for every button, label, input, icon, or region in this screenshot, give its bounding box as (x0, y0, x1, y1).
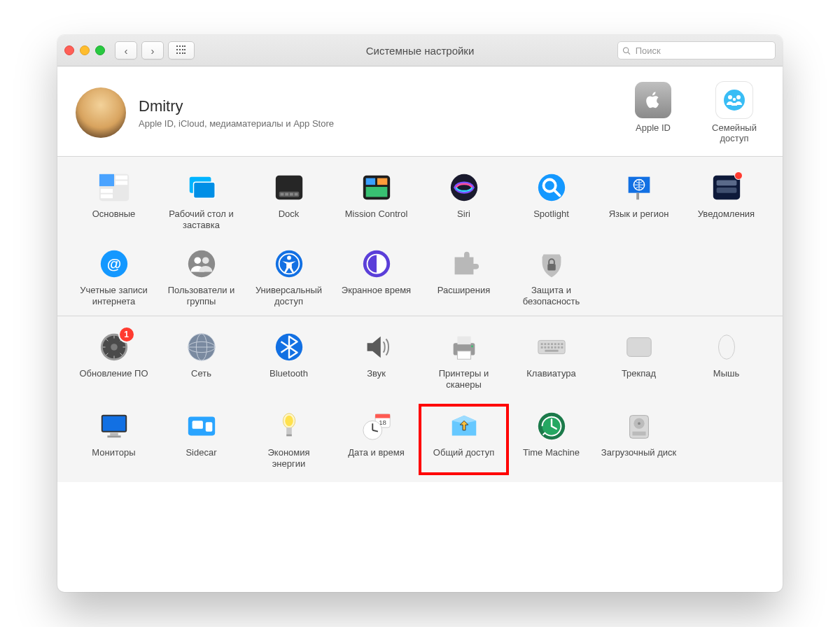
printers-icon (447, 330, 481, 364)
software-update-pane[interactable]: 1 Обновление ПО (70, 326, 158, 395)
sidecar-pane[interactable]: Sidecar (158, 405, 245, 474)
svg-rect-86 (110, 432, 118, 435)
accessibility-pane[interactable]: Универсальный доступ (245, 243, 332, 312)
screen-time-pane[interactable]: Экранное время (332, 243, 420, 312)
system-preferences-window: ‹ › Системные настройки Dmitry Apple ID,… (57, 35, 783, 592)
users-groups-icon (185, 247, 218, 281)
svg-point-36 (188, 250, 214, 276)
pane-label: Язык и регион (601, 209, 678, 231)
show-all-button[interactable] (168, 41, 195, 59)
network-pane[interactable]: Сеть (158, 326, 245, 395)
avatar[interactable] (76, 87, 126, 138)
startup-disk-icon (622, 409, 656, 443)
search-input[interactable] (634, 45, 771, 57)
dock-pane[interactable]: Dock (245, 167, 332, 236)
date-time-pane[interactable]: 18 Дата и время (332, 405, 420, 474)
keyboard-icon (535, 330, 568, 364)
general-icon (97, 171, 131, 204)
pane-label: Dock (251, 209, 328, 231)
sharing-icon (447, 409, 481, 443)
mouse-pane[interactable]: Мышь (682, 326, 770, 395)
window-controls (64, 45, 105, 55)
pane-label: Принтеры и сканеры (426, 368, 503, 391)
spotlight-pane[interactable]: Spotlight (507, 167, 595, 236)
pane-label: Spotlight (513, 209, 590, 231)
siri-pane[interactable]: Siri (420, 167, 507, 236)
chevron-left-icon: ‹ (125, 45, 128, 57)
pane-label: Экранное время (338, 285, 415, 307)
mission-control-pane[interactable]: Mission Control (332, 167, 420, 236)
svg-rect-23 (365, 187, 387, 197)
svg-rect-70 (551, 343, 553, 345)
svg-point-4 (736, 95, 741, 99)
sound-pane[interactable]: Звук (332, 326, 420, 395)
pane-label: Сеть (163, 368, 240, 390)
language-pane[interactable]: Язык и регион (595, 167, 682, 236)
svg-point-3 (728, 95, 732, 99)
svg-rect-22 (377, 178, 386, 185)
svg-rect-67 (540, 343, 542, 345)
svg-rect-7 (99, 174, 113, 186)
bluetooth-pane[interactable]: Bluetooth (245, 326, 332, 395)
pane-label: Дата и время (338, 447, 415, 470)
pane-label: Мышь (688, 368, 765, 390)
pane-label: Основные (76, 209, 153, 231)
users-groups-pane[interactable]: Пользователи и группы (158, 243, 245, 312)
bluetooth-icon (272, 330, 306, 364)
grid-icon (176, 45, 186, 55)
desktop-pane[interactable]: Рабочий стол и заставка (158, 167, 245, 236)
zoom-button[interactable] (95, 45, 105, 55)
security-pane[interactable]: Защита и безопасность (507, 243, 595, 312)
apple-id-pane[interactable]: Apple ID (623, 82, 683, 143)
svg-rect-9 (115, 181, 127, 185)
svg-rect-19 (294, 193, 298, 196)
svg-point-38 (202, 257, 209, 264)
svg-rect-78 (554, 346, 556, 348)
search-field[interactable] (617, 41, 776, 59)
pane-label: Учетные записи интернета (76, 285, 153, 308)
pane-label: Time Machine (513, 447, 590, 470)
family-sharing-pane[interactable]: Семейный доступ (704, 82, 764, 143)
energy-pane[interactable]: Экономия энергии (245, 405, 332, 474)
svg-rect-75 (544, 346, 546, 348)
pane-label: Загрузочный диск (601, 447, 678, 470)
chevron-right-icon: › (151, 45, 155, 57)
general-pane[interactable]: Основные (70, 167, 158, 236)
close-button[interactable] (64, 45, 74, 55)
keyboard-pane[interactable]: Клавиатура (507, 326, 595, 395)
software-update-icon: 1 (97, 330, 131, 364)
time-machine-icon (535, 409, 568, 443)
energy-icon (272, 409, 306, 443)
svg-point-0 (623, 48, 628, 52)
sidecar-icon (185, 409, 218, 443)
forward-button[interactable]: › (141, 41, 164, 59)
printers-pane[interactable]: Принтеры и сканеры (420, 326, 507, 395)
svg-point-65 (471, 346, 473, 348)
prefs-row-1: Основные Рабочий стол и заставка Dock Mi… (57, 157, 783, 316)
svg-rect-74 (540, 346, 542, 348)
displays-pane[interactable]: Мониторы (70, 405, 158, 474)
notifications-pane[interactable]: Уведомления (682, 167, 770, 236)
sharing-pane[interactable]: Общий доступ (420, 405, 507, 474)
extensions-icon (447, 247, 481, 281)
pane-label: Трекпад (601, 368, 678, 390)
svg-point-106 (638, 422, 640, 425)
extensions-pane[interactable]: Расширения (420, 243, 507, 312)
svg-point-41 (287, 255, 291, 260)
svg-point-92 (285, 415, 293, 425)
internet-accounts-pane[interactable]: @ Учетные записи интернета (70, 243, 158, 312)
pane-label: Защита и безопасность (513, 285, 590, 308)
svg-rect-76 (547, 346, 550, 348)
back-button[interactable]: ‹ (115, 41, 137, 59)
trackpad-icon (622, 330, 656, 364)
time-machine-pane[interactable]: Time Machine (507, 405, 595, 474)
startup-disk-pane[interactable]: Загрузочный диск (595, 405, 682, 474)
minimize-button[interactable] (80, 45, 90, 55)
svg-point-83 (718, 335, 734, 360)
svg-rect-93 (286, 427, 292, 434)
trackpad-pane[interactable]: Трекпад (595, 326, 682, 395)
svg-rect-32 (716, 180, 736, 185)
prefs-row-3: 1 Обновление ПО Сеть Bluetooth Звук Прин… (57, 316, 783, 482)
search-icon (622, 46, 631, 55)
svg-rect-84 (102, 415, 126, 431)
